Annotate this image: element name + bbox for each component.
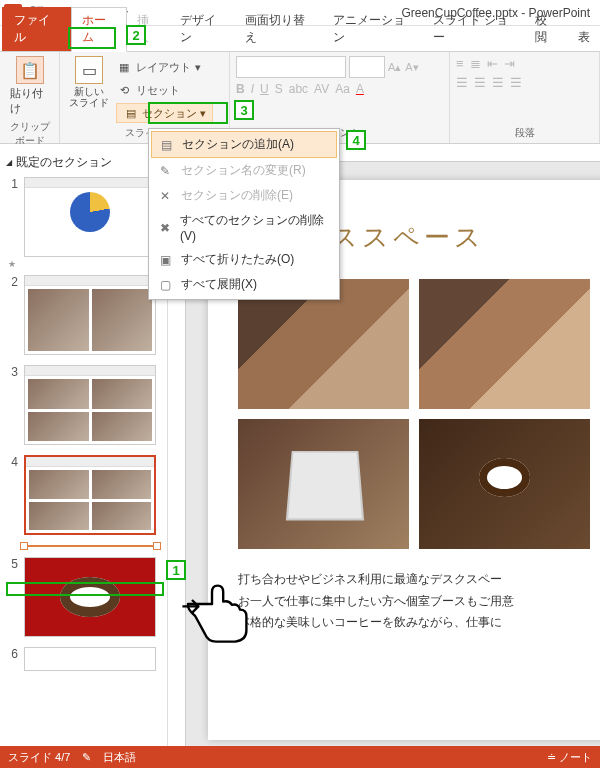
indent-right-button[interactable]: ⇥ — [504, 56, 515, 71]
dd-collapse-all[interactable]: ▣ すべて折りたたみ(O) — [151, 247, 337, 272]
tutorial-badge-2: 2 — [126, 25, 146, 45]
justify-button[interactable]: ☰ — [510, 75, 522, 90]
slide-body-text[interactable]: 打ち合わせやビジネス利用に最適なデスクスペー お一人で仕事に集中したい方へ個室ブ… — [238, 569, 590, 634]
slide-thumb-3[interactable] — [24, 365, 156, 445]
shrink-font-icon[interactable]: A▾ — [405, 61, 418, 74]
case-button[interactable]: Aa — [335, 82, 350, 96]
tab-animations[interactable]: アニメーション — [323, 8, 422, 51]
pointer-hand-icon — [176, 568, 256, 648]
dd-add-section[interactable]: ▤ セクションの追加(A) — [151, 131, 337, 158]
slide-photo[interactable] — [419, 419, 590, 549]
align-center-button[interactable]: ☰ — [474, 75, 486, 90]
new-slide-label: 新しい スライド — [69, 86, 109, 108]
slide-photo[interactable] — [419, 279, 590, 409]
tab-file[interactable]: ファイル — [2, 7, 71, 51]
align-right-button[interactable]: ☰ — [492, 75, 504, 90]
tutorial-badge-3: 3 — [234, 100, 254, 120]
dd-delete-section: ✕ セクションの削除(E) — [151, 183, 337, 208]
expand-icon: ▢ — [157, 277, 173, 293]
slide-thumb-2[interactable] — [24, 275, 156, 355]
paste-icon: 📋 — [16, 56, 44, 84]
section-dropdown: ▤ セクションの追加(A) ✎ セクション名の変更(R) ✕ セクションの削除(… — [148, 128, 340, 300]
dd-delete-all-sections[interactable]: ✖ すべてのセクションの削除(V) — [151, 208, 337, 247]
section-icon: ▤ — [123, 105, 139, 121]
reset-icon: ⟲ — [116, 82, 132, 98]
section-button[interactable]: ▤ セクション ▾ — [116, 103, 213, 123]
dd-expand-all[interactable]: ▢ すべて展開(X) — [151, 272, 337, 297]
insertion-line — [24, 545, 157, 547]
slide-thumb-4[interactable] — [24, 455, 156, 535]
spacing-button[interactable]: AV — [314, 82, 329, 96]
shadow-button[interactable]: abc — [289, 82, 308, 96]
thumb-num: 2 — [4, 275, 18, 355]
new-slide-icon: ▭ — [75, 56, 103, 84]
tab-transitions[interactable]: 画面切り替え — [235, 8, 323, 51]
tab-view[interactable]: 表 — [568, 25, 600, 51]
bold-button[interactable]: B — [236, 82, 245, 96]
status-bar: スライド 4/7 ✎ 日本語 ≐ ノート — [0, 746, 600, 768]
slide-thumb-1[interactable] — [24, 177, 156, 257]
numbering-button[interactable]: ≣ — [470, 56, 481, 71]
slide-counter[interactable]: スライド 4/7 — [8, 750, 70, 765]
slide-thumb-5[interactable] — [24, 557, 156, 637]
paste-button[interactable]: 📋 貼り付け — [6, 54, 53, 118]
italic-button[interactable]: I — [251, 82, 254, 96]
strike-button[interactable]: S — [275, 82, 283, 96]
notes-button[interactable]: ≐ ノート — [547, 750, 592, 765]
slide-photo[interactable] — [238, 419, 409, 549]
thumb-num: 5 — [4, 557, 18, 637]
thumb-num: 4 — [4, 455, 18, 535]
section-header[interactable]: ◢ 既定のセクション — [4, 150, 163, 177]
tab-review[interactable]: 校閲 — [525, 8, 568, 51]
font-color-button[interactable]: A — [356, 82, 364, 96]
tutorial-badge-4: 4 — [346, 130, 366, 150]
thumbnail-pane[interactable]: ◢ 既定のセクション 1 ★ 2 3 4 — [0, 144, 168, 746]
indent-left-button[interactable]: ⇤ — [487, 56, 498, 71]
new-slide-button[interactable]: ▭ 新しい スライド — [66, 54, 112, 124]
layout-button[interactable]: ▦レイアウト▾ — [116, 56, 213, 78]
thumb-num: 3 — [4, 365, 18, 445]
spelling-icon[interactable]: ✎ — [82, 751, 91, 764]
reset-button[interactable]: ⟲リセット — [116, 79, 213, 101]
add-section-icon: ▤ — [158, 137, 174, 153]
tab-home[interactable]: ホーム — [71, 7, 127, 52]
underline-button[interactable]: U — [260, 82, 269, 96]
tab-slideshow[interactable]: スライド ショー — [423, 8, 526, 51]
dd-rename-section: ✎ セクション名の変更(R) — [151, 158, 337, 183]
collapse-icon: ▣ — [157, 252, 173, 268]
rename-section-icon: ✎ — [157, 163, 173, 179]
thumb-num: 1 — [4, 177, 18, 257]
slide-thumb-6[interactable] — [24, 647, 156, 671]
delete-all-icon: ✖ — [157, 220, 172, 236]
grow-font-icon[interactable]: A▴ — [388, 61, 401, 74]
align-left-button[interactable]: ☰ — [456, 75, 468, 90]
font-family[interactable] — [236, 56, 346, 78]
paste-label: 貼り付け — [10, 86, 49, 116]
bullets-button[interactable]: ≡ — [456, 56, 464, 71]
language-indicator[interactable]: 日本語 — [103, 750, 136, 765]
delete-section-icon: ✕ — [157, 188, 173, 204]
group-paragraph: 段落 — [456, 124, 593, 143]
font-size[interactable] — [349, 56, 385, 78]
tab-design[interactable]: デザイン — [170, 8, 235, 51]
layout-icon: ▦ — [116, 59, 132, 75]
thumb-num: 6 — [4, 647, 18, 671]
collapse-triangle-icon[interactable]: ◢ — [6, 158, 12, 167]
